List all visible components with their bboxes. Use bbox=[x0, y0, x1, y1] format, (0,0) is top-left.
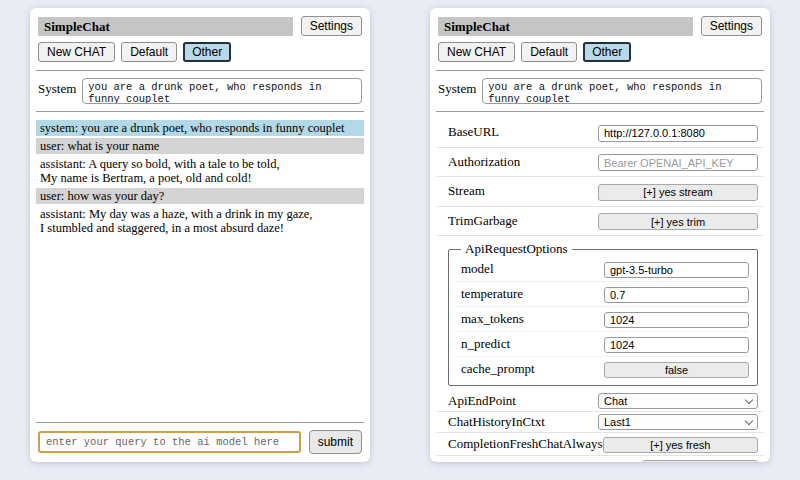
new-chat-button[interactable]: New CHAT bbox=[38, 42, 115, 62]
settings-list: BaseURL Authorization Stream [+] yes str… bbox=[436, 118, 764, 462]
row-label: cache_prompt bbox=[461, 361, 535, 377]
settings-row-model: model bbox=[455, 257, 749, 282]
chat-message-system: system: you are a drunk poet, who respon… bbox=[36, 120, 364, 136]
session-toolbar: New CHAT Default Other bbox=[38, 42, 362, 62]
system-prompt-input[interactable]: you are a drunk poet, who responds in fu… bbox=[82, 78, 362, 104]
baseurl-input[interactable] bbox=[598, 125, 758, 142]
system-prompt-input[interactable]: you are a drunk poet, who responds in fu… bbox=[482, 78, 762, 104]
divider bbox=[436, 111, 764, 112]
divider bbox=[436, 70, 764, 71]
temperature-input[interactable] bbox=[604, 287, 749, 303]
row-label: n_predict bbox=[461, 336, 510, 352]
stage: SimpleChat Settings New CHAT Default Oth… bbox=[0, 0, 800, 480]
header: SimpleChat Settings bbox=[38, 16, 362, 36]
chat-message-assistant: assistant: My day was a haze, with a dri… bbox=[36, 206, 364, 236]
trimgarbage-toggle-button[interactable]: [+] yes trim bbox=[598, 213, 758, 230]
row-label: Stream bbox=[448, 183, 485, 199]
authorization-input[interactable] bbox=[598, 154, 758, 171]
max-tokens-input[interactable] bbox=[604, 312, 749, 328]
session-tab-default[interactable]: Default bbox=[121, 42, 177, 62]
fieldset-legend: ApiRequestOptions bbox=[461, 241, 572, 257]
app-title: SimpleChat bbox=[38, 17, 293, 36]
submit-button[interactable]: submit bbox=[309, 430, 362, 454]
chevron-down-icon bbox=[745, 395, 753, 403]
select-value: Chat bbox=[604, 395, 627, 407]
settings-button[interactable]: Settings bbox=[301, 16, 362, 36]
row-label: CompletionInsertStandardRolePrefix bbox=[448, 459, 642, 462]
settings-panel: SimpleChat Settings New CHAT Default Oth… bbox=[430, 8, 770, 462]
settings-row-temperature: temperature bbox=[455, 282, 749, 307]
chat-panel: SimpleChat Settings New CHAT Default Oth… bbox=[30, 8, 370, 462]
new-chat-button[interactable]: New CHAT bbox=[438, 42, 515, 62]
session-tab-other[interactable]: Other bbox=[583, 42, 631, 62]
chevron-down-icon bbox=[745, 416, 753, 424]
settings-row-stream: Stream [+] yes stream bbox=[436, 177, 764, 207]
session-toolbar: New CHAT Default Other bbox=[438, 42, 762, 62]
divider bbox=[36, 422, 364, 423]
session-tab-other[interactable]: Other bbox=[183, 42, 231, 62]
row-label: Authorization bbox=[448, 154, 520, 170]
cache-prompt-toggle-button[interactable]: false bbox=[604, 362, 749, 378]
row-label: TrimGarbage bbox=[448, 213, 518, 229]
settings-row-completionfreshchatalways: CompletionFreshChatAlways [+] yes fresh bbox=[436, 433, 764, 456]
settings-button[interactable]: Settings bbox=[701, 16, 762, 36]
select-value: Last1 bbox=[604, 416, 631, 428]
row-label: CompletionFreshChatAlways bbox=[448, 436, 603, 452]
model-input[interactable] bbox=[604, 262, 749, 278]
settings-row-apiendpoint: ApiEndPoint Chat bbox=[436, 391, 764, 412]
query-row: submit bbox=[38, 430, 362, 454]
header: SimpleChat Settings bbox=[438, 16, 762, 36]
row-label: BaseURL bbox=[448, 124, 499, 140]
app-title: SimpleChat bbox=[438, 17, 693, 36]
row-label: model bbox=[461, 261, 494, 277]
settings-row-chathistoryinctxt: ChatHistoryInCtxt Last1 bbox=[436, 412, 764, 433]
chat-message-user: user: what is your name bbox=[36, 138, 364, 154]
settings-row-authorization: Authorization bbox=[436, 148, 764, 178]
session-tab-default[interactable]: Default bbox=[521, 42, 577, 62]
settings-row-completioninsertstandardroleprefix: CompletionInsertStandardRolePrefix [-] d… bbox=[436, 456, 764, 462]
chat-message-user: user: how was your day? bbox=[36, 188, 364, 204]
api-request-options-fieldset: ApiRequestOptions model temperature max_… bbox=[448, 241, 758, 386]
row-label: max_tokens bbox=[461, 311, 524, 327]
role-prefix-toggle-button[interactable]: [-] dont insert bbox=[642, 460, 758, 462]
apiendpoint-select[interactable]: Chat bbox=[598, 393, 758, 409]
row-label: ChatHistoryInCtxt bbox=[448, 414, 545, 430]
chat-message-assistant: assistant: A query so bold, with a tale … bbox=[36, 156, 364, 186]
settings-row-trimgarbage: TrimGarbage [+] yes trim bbox=[436, 207, 764, 237]
system-label: System bbox=[38, 78, 76, 97]
system-label: System bbox=[438, 78, 476, 97]
divider bbox=[36, 111, 364, 112]
chathistoryinctxt-select[interactable]: Last1 bbox=[598, 414, 758, 430]
system-prompt-row: System you are a drunk poet, who respond… bbox=[438, 78, 762, 104]
divider bbox=[36, 70, 364, 71]
row-label: ApiEndPoint bbox=[448, 393, 516, 409]
system-prompt-row: System you are a drunk poet, who respond… bbox=[38, 78, 362, 104]
settings-row-baseurl: BaseURL bbox=[436, 118, 764, 148]
settings-row-max-tokens: max_tokens bbox=[455, 307, 749, 332]
chat-log: system: you are a drunk poet, who respon… bbox=[36, 120, 364, 418]
settings-row-n-predict: n_predict bbox=[455, 332, 749, 357]
stream-toggle-button[interactable]: [+] yes stream bbox=[598, 184, 758, 201]
row-label: temperature bbox=[461, 286, 523, 302]
fresh-chat-toggle-button[interactable]: [+] yes fresh bbox=[603, 437, 758, 453]
n-predict-input[interactable] bbox=[604, 337, 749, 353]
settings-row-cache-prompt: cache_prompt false bbox=[455, 357, 749, 381]
query-input[interactable] bbox=[38, 431, 301, 453]
